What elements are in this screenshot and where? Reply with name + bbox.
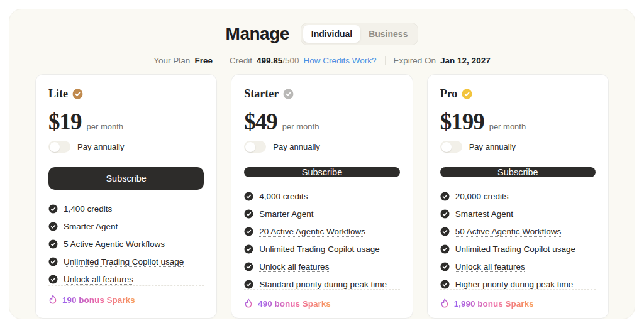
check-circle-icon <box>440 280 450 289</box>
pay-annually-label: Pay annually <box>273 142 319 151</box>
account-info-row: Your Plan Free Credit 499.85/500 How Cre… <box>9 56 635 65</box>
check-circle-icon <box>48 222 58 231</box>
pay-annually-toggle[interactable] <box>440 141 462 153</box>
divider <box>385 56 386 65</box>
plan-info: Your Plan Free <box>153 56 213 65</box>
subscribe-button[interactable]: Subscribe <box>48 167 204 190</box>
feature-label: Smarter Agent <box>259 209 313 219</box>
feature-label[interactable]: 50 Active Agentic Workflows <box>455 227 562 236</box>
pay-annually-row: Pay annually <box>440 141 596 153</box>
feature-item: 20,000 credits <box>440 192 596 201</box>
plan-name: Pro <box>440 87 458 101</box>
subscribe-button[interactable]: Subscribe <box>244 167 399 177</box>
feature-item: 50 Active Agentic Workflows <box>440 227 596 236</box>
feature-item: Smarter Agent <box>48 222 204 231</box>
feature-item: Higher priority during peak time <box>440 280 596 289</box>
flame-icon <box>440 298 449 309</box>
feature-label[interactable]: Unlimited Trading Copilot usage <box>259 244 379 254</box>
expiry-info: Expired On Jan 12, 2027 <box>394 56 491 65</box>
credit-value: 499.85/500 <box>257 56 299 65</box>
toggle-knob <box>50 142 60 152</box>
check-circle-icon <box>48 275 58 284</box>
flame-icon <box>244 298 253 309</box>
plan-card: Starter $49 per month Pay annually Subsc… <box>231 74 413 319</box>
plan-badge-icon <box>72 89 83 99</box>
divider <box>221 56 221 65</box>
bonus-sparks-row: 190 bonus Sparks <box>48 286 204 305</box>
feature-label[interactable]: 5 Active Agentic Workflows <box>64 239 165 249</box>
check-circle-icon <box>244 244 253 254</box>
feature-item: Unlock all features <box>440 262 596 271</box>
bonus-sparks-row: 490 bonus Sparks <box>244 290 399 309</box>
bonus-text: 1,990 bonus Sparks <box>454 299 534 309</box>
feature-list: 1,400 credits Smarter Agent 5 Active Age… <box>48 204 204 284</box>
feature-label[interactable]: Unlimited Trading Copilot usage <box>64 257 184 266</box>
feature-item: Unlimited Trading Copilot usage <box>440 244 596 254</box>
price-row: $49 per month <box>244 108 399 135</box>
plan-card: Lite $19 per month Pay annually Subscrib… <box>35 74 217 319</box>
price-row: $19 per month <box>48 108 204 135</box>
check-circle-icon <box>244 262 253 271</box>
toggle-knob <box>441 142 452 152</box>
plan-price: $19 <box>48 108 82 135</box>
feature-label: Higher priority during peak time <box>455 280 574 289</box>
plan-title-row: Pro <box>440 87 596 101</box>
how-credits-work-link[interactable]: How Credits Work? <box>304 56 377 65</box>
plan-card: Pro $199 per month Pay annually Subscrib… <box>427 74 609 319</box>
expiry-label: Expired On <box>394 56 436 65</box>
credit-total: /500 <box>282 56 299 65</box>
feature-item: 1,400 credits <box>48 204 204 214</box>
feature-item: Unlock all features <box>48 275 204 284</box>
plan-badge-icon <box>462 89 472 99</box>
feature-item: Unlock all features <box>244 262 399 271</box>
feature-item: Standard priority during peak time <box>244 280 399 289</box>
feature-label: Standard priority during peak time <box>259 280 387 289</box>
check-circle-icon <box>244 209 253 219</box>
tab-individual[interactable]: Individual <box>303 25 360 43</box>
feature-label[interactable]: Unlock all features <box>64 275 133 284</box>
feature-item: 4,000 credits <box>244 192 399 201</box>
check-circle-icon <box>440 192 450 201</box>
tab-business[interactable]: Business <box>360 25 416 43</box>
feature-item: Unlimited Trading Copilot usage <box>48 257 204 266</box>
check-circle-icon <box>244 280 253 289</box>
credit-label: Credit <box>230 56 252 65</box>
feature-label[interactable]: 20 Active Agentic Workflows <box>259 227 365 236</box>
check-circle-icon <box>48 204 58 214</box>
pay-annually-toggle[interactable] <box>244 141 266 153</box>
check-circle-icon <box>244 192 253 201</box>
pay-annually-label: Pay annually <box>469 142 516 151</box>
feature-list: 20,000 credits Smartest Agent 50 Active … <box>440 192 596 289</box>
check-circle-icon <box>440 262 450 271</box>
feature-label: 20,000 credits <box>455 192 509 201</box>
feature-label: Smartest Agent <box>455 209 513 219</box>
bonus-text: 490 bonus Sparks <box>258 299 331 309</box>
price-row: $199 per month <box>440 108 596 135</box>
account-type-switcher: Individual Business <box>301 23 419 45</box>
page-title: Manage <box>226 24 289 44</box>
expiry-value: Jan 12, 2027 <box>440 56 491 65</box>
subscribe-button[interactable]: Subscribe <box>440 167 596 177</box>
price-period: per month <box>87 122 124 131</box>
feature-label: Smarter Agent <box>64 222 118 231</box>
feature-label: 4,000 credits <box>259 192 308 201</box>
feature-label[interactable]: Unlock all features <box>259 262 329 271</box>
plan-name: Starter <box>244 87 279 101</box>
check-circle-icon <box>244 227 253 236</box>
feature-item: Unlimited Trading Copilot usage <box>244 244 399 254</box>
feature-label: 1,400 credits <box>64 204 112 214</box>
pay-annually-row: Pay annually <box>48 141 204 153</box>
plan-label: Your Plan <box>153 56 190 65</box>
plan-badge-icon <box>283 89 294 99</box>
feature-item: 5 Active Agentic Workflows <box>48 239 204 249</box>
feature-item: 20 Active Agentic Workflows <box>244 227 399 236</box>
header: Manage Individual Business <box>9 23 635 45</box>
check-circle-icon <box>440 209 450 219</box>
feature-list: 4,000 credits Smarter Agent 20 Active Ag… <box>244 192 399 289</box>
pay-annually-toggle[interactable] <box>48 141 70 153</box>
price-period: per month <box>282 122 319 131</box>
feature-label[interactable]: Unlimited Trading Copilot usage <box>455 244 575 254</box>
plan-name: Lite <box>48 87 68 101</box>
feature-label[interactable]: Unlock all features <box>455 262 525 271</box>
manage-panel: Manage Individual Business Your Plan Fre… <box>9 9 635 319</box>
